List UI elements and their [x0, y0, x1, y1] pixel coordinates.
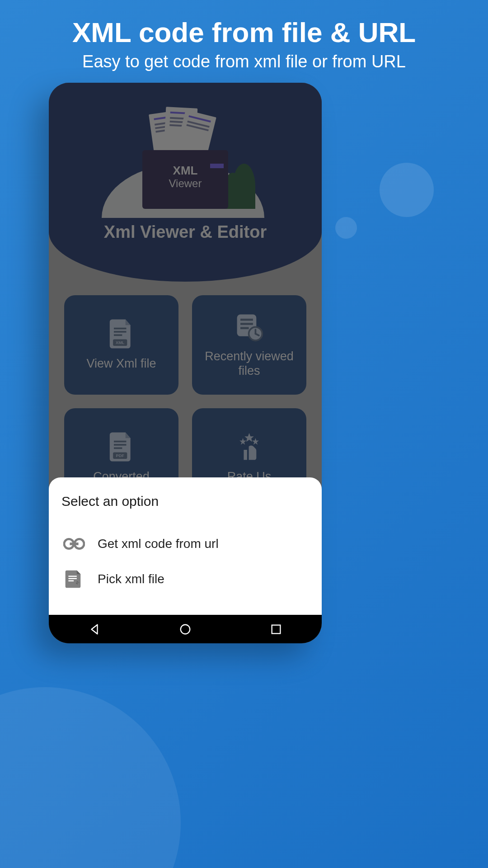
decorative-circle-small: [335, 217, 357, 239]
android-navbar: [49, 615, 322, 643]
recents-button[interactable]: [268, 621, 284, 637]
select-option-bottom-sheet: Select an option Get xml code from url P…: [49, 477, 322, 615]
phone-frame: XML Viewer Xml Viewer & Editor XML View …: [49, 83, 322, 643]
option-label: Pick xml file: [98, 572, 164, 586]
promo-header: XML code from file & URL Easy to get cod…: [0, 0, 488, 85]
svg-point-26: [181, 624, 190, 634]
svg-rect-22: [70, 542, 78, 545]
svg-rect-25: [68, 580, 74, 582]
svg-rect-23: [68, 576, 76, 577]
link-icon: [63, 534, 85, 553]
phone-screen: XML Viewer Xml Viewer & Editor XML View …: [49, 83, 322, 643]
decorative-circle-large: [380, 163, 434, 217]
pick-file-icon: [63, 570, 85, 589]
promo-title: XML code from file & URL: [23, 16, 465, 48]
svg-rect-24: [68, 578, 76, 579]
option-label: Get xml code from url: [98, 537, 219, 551]
get-xml-from-url-option[interactable]: Get xml code from url: [61, 526, 309, 561]
pick-xml-file-option[interactable]: Pick xml file: [61, 561, 309, 597]
back-button[interactable]: [86, 621, 103, 637]
sheet-title: Select an option: [61, 494, 309, 509]
decorative-blob: [0, 687, 181, 868]
promo-subtitle: Easy to get code from xml file or from U…: [23, 52, 465, 71]
home-button[interactable]: [177, 621, 193, 637]
svg-rect-27: [272, 625, 281, 633]
